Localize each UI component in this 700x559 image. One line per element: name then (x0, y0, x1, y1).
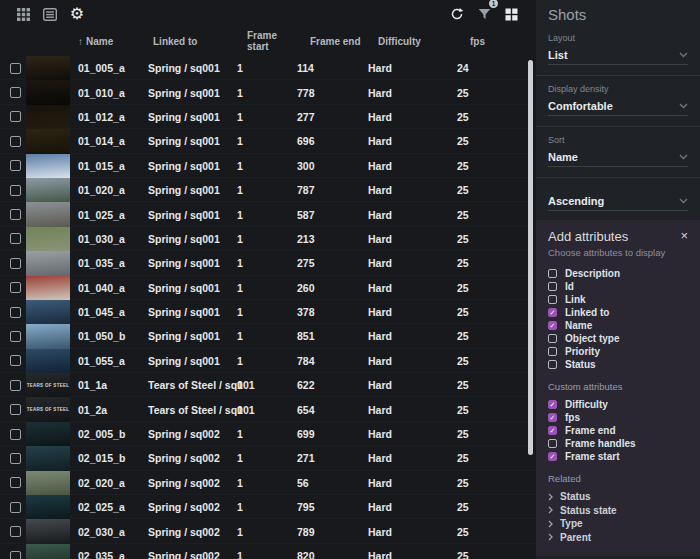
row-checkbox[interactable] (10, 551, 21, 559)
attribute-checkbox-item[interactable]: Name (548, 319, 688, 332)
attribute-checkbox-item[interactable]: Priority (548, 345, 688, 358)
shot-thumbnail[interactable] (26, 227, 70, 251)
attribute-checkbox-item[interactable]: Object type (548, 332, 688, 345)
row-checkbox[interactable] (10, 111, 21, 122)
attribute-checkbox-item[interactable]: Link (548, 293, 688, 306)
checkbox-icon[interactable] (548, 308, 557, 317)
table-row[interactable]: 01_020_a Spring / sq001 1 787 Hard 25 (0, 178, 536, 202)
table-row[interactable]: 01_005_a Spring / sq001 1 114 Hard 24 (0, 56, 536, 80)
checkbox-icon[interactable] (548, 347, 557, 356)
checkbox-icon[interactable] (548, 426, 557, 435)
row-checkbox[interactable] (10, 160, 21, 171)
shot-thumbnail[interactable] (26, 251, 70, 275)
attribute-checkbox-item[interactable]: Frame start (548, 450, 688, 463)
shot-thumbnail[interactable] (26, 129, 70, 153)
shot-thumbnail[interactable] (26, 105, 70, 129)
refresh-icon[interactable] (446, 3, 468, 25)
row-checkbox[interactable] (10, 331, 21, 342)
checkbox-icon[interactable] (548, 400, 557, 409)
layout-select[interactable]: List (548, 46, 688, 65)
column-header-fps[interactable]: fps (457, 36, 536, 47)
shot-thumbnail[interactable] (26, 349, 70, 373)
row-checkbox[interactable] (10, 453, 21, 464)
table-row[interactable]: 01_045_a Spring / sq001 1 378 Hard 25 (0, 300, 536, 324)
table-row[interactable]: 01_010_a Spring / sq001 1 778 Hard 25 (0, 80, 536, 104)
column-header-frame-start[interactable]: Frame start (237, 30, 297, 52)
row-checkbox[interactable] (10, 233, 21, 244)
table-row[interactable]: 01_015_a Spring / sq001 1 300 Hard 25 (0, 154, 536, 178)
row-checkbox[interactable] (10, 307, 21, 318)
close-icon[interactable]: × (680, 229, 688, 242)
table-row[interactable]: 02_030_a Spring / sq002 1 789 Hard 25 (0, 519, 536, 543)
shot-thumbnail[interactable] (26, 300, 70, 324)
table-row[interactable]: TEARS OF STEEL 01_2a Tears of Steel / sq… (0, 397, 536, 421)
checkbox-icon[interactable] (548, 334, 557, 343)
checkbox-icon[interactable] (548, 452, 557, 461)
shot-thumbnail[interactable] (26, 519, 70, 543)
shot-thumbnail[interactable] (26, 422, 70, 446)
table-row[interactable]: 01_014_a Spring / sq001 1 696 Hard 25 (0, 129, 536, 153)
row-checkbox[interactable] (10, 185, 21, 196)
row-checkbox[interactable] (10, 63, 21, 74)
related-item[interactable]: Status state (548, 504, 688, 518)
row-checkbox[interactable] (10, 526, 21, 537)
table-row[interactable]: 02_035_a Spring / sq002 1 820 Hard 25 (0, 544, 536, 559)
table-row[interactable]: 01_012_a Spring / sq001 1 277 Hard 25 (0, 105, 536, 129)
shot-thumbnail[interactable] (26, 154, 70, 178)
shot-thumbnail[interactable] (26, 80, 70, 104)
list-view-icon[interactable] (39, 3, 61, 25)
attribute-checkbox-item[interactable]: Status (548, 358, 688, 371)
table-row[interactable]: 01_025_a Spring / sq001 1 587 Hard 25 (0, 202, 536, 226)
row-checkbox[interactable] (10, 258, 21, 269)
attribute-checkbox-item[interactable]: Id (548, 280, 688, 293)
row-checkbox[interactable] (10, 136, 21, 147)
column-header-linked-to[interactable]: Linked to (148, 36, 237, 47)
row-checkbox[interactable] (10, 87, 21, 98)
table-row[interactable]: 01_035_a Spring / sq001 1 275 Hard 25 (0, 251, 536, 275)
shot-thumbnail[interactable] (26, 324, 70, 348)
shot-thumbnail[interactable] (26, 471, 70, 495)
row-checkbox[interactable] (10, 477, 21, 488)
attribute-checkbox-item[interactable]: Linked to (548, 306, 688, 319)
row-checkbox[interactable] (10, 502, 21, 513)
grid-view-icon[interactable] (12, 3, 34, 25)
row-checkbox[interactable] (10, 355, 21, 366)
sort-select[interactable]: Name (548, 148, 688, 167)
shot-thumbnail[interactable] (26, 495, 70, 519)
checkbox-icon[interactable] (548, 360, 557, 369)
table-row[interactable]: 01_055_a Spring / sq001 1 784 Hard 25 (0, 349, 536, 373)
shot-thumbnail[interactable] (26, 544, 70, 559)
checkbox-icon[interactable] (548, 439, 557, 448)
table-row[interactable]: 02_025_a Spring / sq002 1 795 Hard 25 (0, 495, 536, 519)
checkbox-icon[interactable] (548, 321, 557, 330)
table-row[interactable]: TEARS OF STEEL 01_1a Tears of Steel / sq… (0, 373, 536, 397)
checkbox-icon[interactable] (548, 269, 557, 278)
table-row[interactable]: 01_040_a Spring / sq001 1 260 Hard 25 (0, 276, 536, 300)
shot-thumbnail[interactable] (26, 202, 70, 226)
density-select[interactable]: Comfortable (548, 97, 688, 116)
row-checkbox[interactable] (10, 429, 21, 440)
shot-thumbnail[interactable]: TEARS OF STEEL (26, 373, 70, 397)
table-row[interactable]: 02_005_b Spring / sq002 1 699 Hard 25 (0, 422, 536, 446)
row-checkbox[interactable] (10, 380, 21, 391)
attribute-checkbox-item[interactable]: Difficulty (548, 398, 688, 411)
shot-thumbnail[interactable] (26, 178, 70, 202)
shot-thumbnail[interactable] (26, 276, 70, 300)
shot-thumbnail[interactable] (26, 446, 70, 470)
checkbox-icon[interactable] (548, 295, 557, 304)
sort-order-select[interactable]: Ascending (548, 192, 688, 211)
table-row[interactable]: 01_050_b Spring / sq001 1 851 Hard 25 (0, 324, 536, 348)
attribute-checkbox-item[interactable]: Frame handles (548, 437, 688, 450)
attribute-checkbox-item[interactable]: Description (548, 267, 688, 280)
related-item[interactable]: Type (548, 517, 688, 531)
row-checkbox[interactable] (10, 404, 21, 415)
table-row[interactable]: 02_015_b Spring / sq002 1 271 Hard 25 (0, 446, 536, 470)
filter-icon[interactable]: 1 (473, 3, 495, 25)
table-scrollbar[interactable] (528, 60, 533, 455)
checkbox-icon[interactable] (548, 413, 557, 422)
table-row[interactable]: 02_020_a Spring / sq002 1 56 Hard 25 (0, 471, 536, 495)
column-header-frame-end[interactable]: Frame end (297, 36, 368, 47)
column-header-difficulty[interactable]: Difficulty (368, 36, 457, 47)
related-item[interactable]: Parent (548, 531, 688, 545)
row-checkbox[interactable] (10, 209, 21, 220)
